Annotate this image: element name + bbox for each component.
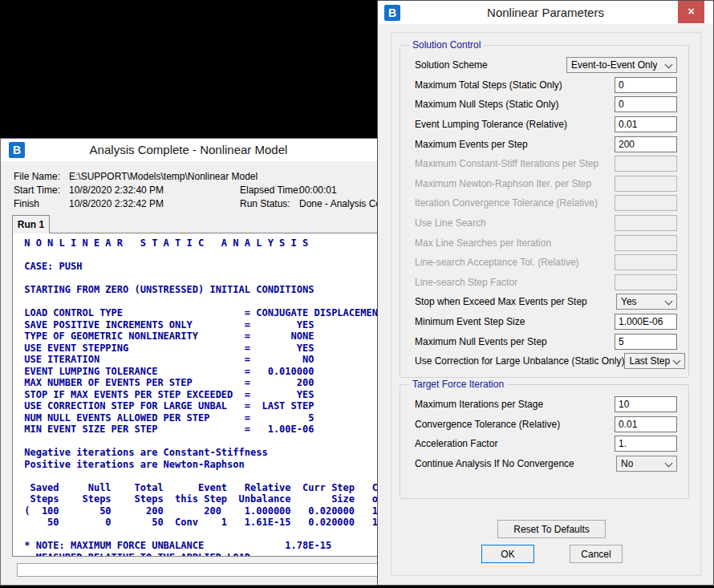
param-label: Acceleration Factor — [415, 438, 497, 449]
finish-time-value: 10/8/2020 2:32:42 PM — [69, 198, 164, 209]
reset-to-defaults-button[interactable]: Reset To Defaults — [497, 520, 606, 538]
param-row: Convergence Tolerance (Relative) — [400, 415, 688, 435]
chevron-down-icon — [665, 460, 671, 467]
param-row: Iteration Convergence Tolerance (Relativ… — [400, 193, 688, 213]
param-row: Maximum Iterations per Stage — [400, 395, 688, 415]
cancel-button[interactable]: Cancel — [570, 545, 623, 563]
finish-time-label: Finish — [14, 198, 39, 209]
close-button[interactable]: × — [678, 1, 704, 23]
dialog-title: Nonlinear Parameters — [378, 1, 713, 24]
run-status-label: Run Status: — [240, 198, 290, 209]
ok-button[interactable]: OK — [481, 545, 534, 563]
param-row: Solution SchemeEvent-to-Event Only — [400, 55, 688, 75]
start-time-label: Start Time: — [14, 185, 60, 196]
param-label: Maximum Null Events per Step — [415, 336, 547, 347]
param-input[interactable] — [615, 96, 677, 112]
param-label: Maximum Events per Step — [415, 139, 528, 150]
chevron-down-icon — [673, 358, 680, 364]
close-icon: × — [688, 5, 694, 18]
param-row: Max Line Searches per Iteration — [400, 233, 688, 253]
dialog-titlebar[interactable]: B Nonlinear Parameters × — [378, 1, 713, 24]
param-label: Maximum Null Steps (Static Only) — [415, 99, 558, 110]
param-input[interactable] — [615, 116, 677, 132]
param-row: Acceleration Factor — [400, 434, 688, 454]
param-input — [615, 176, 677, 192]
param-input — [615, 254, 677, 270]
dropdown-value: Last Step — [629, 355, 670, 367]
param-input[interactable] — [615, 77, 677, 93]
file-name-value: E:\SUPPORT\Models\temp\Nonlinear Model — [69, 171, 258, 182]
param-label: Event Lumping Tolerance (Relative) — [415, 119, 567, 130]
param-row: Use Correction for Large Unbalance (Stat… — [400, 351, 688, 371]
group-target-force-iteration: Target Force IterationMaximum Iterations… — [400, 384, 689, 499]
param-row: Maximum Constant-Stiff Iterations per St… — [400, 154, 688, 174]
param-label: Continue Analysis If No Convergence — [415, 458, 574, 469]
param-dropdown[interactable]: Last Step — [624, 353, 685, 369]
tab-run-1[interactable]: Run 1 — [12, 215, 50, 233]
param-label: Stop when Exceed Max Events per Step — [415, 296, 587, 307]
param-dropdown[interactable]: No — [616, 456, 677, 472]
param-row: Maximum Events per Step — [400, 134, 688, 154]
file-name-label: File Name: — [14, 171, 60, 182]
param-label: Use Line Search — [415, 217, 486, 229]
param-input[interactable] — [615, 396, 677, 412]
group-label: Target Force Iteration — [409, 379, 507, 390]
param-label: Line-search Acceptance Tol. (Relative) — [415, 257, 579, 268]
param-input[interactable] — [615, 136, 677, 152]
param-row: Continue Analysis If No ConvergenceNo — [400, 454, 688, 474]
param-row: Maximum Total Steps (Static Only) — [400, 75, 688, 95]
param-label: Maximum Total Steps (Static Only) — [415, 79, 562, 91]
param-dropdown[interactable]: Event-to-Event Only — [566, 57, 677, 73]
param-row: Minimum Event Step Size — [400, 312, 688, 332]
param-label: Maximum Constant-Stiff Iterations per St… — [415, 158, 598, 169]
param-input — [615, 235, 677, 251]
param-row: Line-search Acceptance Tol. (Relative) — [400, 253, 688, 273]
group-solution-control: Solution ControlSolution SchemeEvent-to-… — [400, 45, 689, 378]
param-dropdown[interactable]: Yes — [616, 294, 677, 310]
elapsed-time-label: Elapsed Time: — [240, 185, 301, 196]
param-row: Maximum Null Events per Step — [400, 331, 688, 351]
param-row: Use Line Search — [400, 213, 688, 233]
dropdown-value: Event-to-Event Only — [571, 59, 657, 71]
param-input[interactable] — [615, 314, 677, 330]
param-label: Maximum Iterations per Stage — [415, 399, 543, 410]
param-input — [615, 274, 677, 290]
start-time-value: 10/8/2020 2:32:40 PM — [69, 185, 164, 196]
param-label: Line-search Step Factor — [415, 277, 517, 288]
param-label: Max Line Searches per Iteration — [415, 237, 551, 249]
param-label: Maximum Newton-Raphson Iter. per Step — [415, 178, 591, 189]
param-label: Iteration Convergence Tolerance (Relativ… — [415, 197, 598, 209]
param-input[interactable] — [615, 334, 677, 350]
dialog-panel: Solution ControlSolution SchemeEvent-to-… — [391, 32, 701, 576]
param-input[interactable] — [615, 436, 677, 452]
analysis-window-title: Analysis Complete - Nonlinear Model — [1, 139, 376, 161]
param-label: Solution Scheme — [415, 59, 488, 71]
chevron-down-icon — [665, 62, 671, 68]
param-row: Maximum Null Steps (Static Only) — [400, 95, 688, 115]
dropdown-value: Yes — [621, 296, 637, 307]
group-label: Solution Control — [409, 39, 484, 51]
param-row: Event Lumping Tolerance (Relative) — [400, 115, 688, 135]
elapsed-time-value: 00:00:01 — [299, 185, 337, 196]
param-input[interactable] — [615, 416, 677, 432]
nonlinear-parameters-dialog: B Nonlinear Parameters × Solution Contro… — [377, 0, 714, 586]
param-input — [615, 215, 677, 231]
dropdown-value: No — [621, 458, 633, 469]
param-label: Convergence Tolerance (Relative) — [415, 419, 560, 430]
param-label: Minimum Event Step Size — [415, 316, 525, 327]
param-row: Maximum Newton-Raphson Iter. per Step — [400, 174, 688, 194]
chevron-down-icon — [665, 298, 671, 305]
param-input — [615, 195, 677, 211]
param-row: Line-search Step Factor — [400, 273, 688, 293]
param-label: Use Correction for Large Unbalance (Stat… — [415, 355, 624, 367]
param-row: Stop when Exceed Max Events per StepYes — [400, 292, 688, 312]
param-input — [615, 156, 677, 172]
